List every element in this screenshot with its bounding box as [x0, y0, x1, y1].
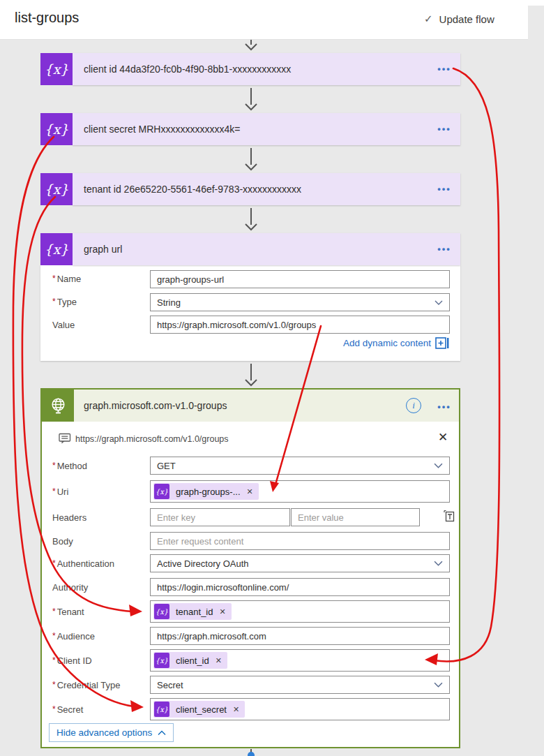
- client-id-input[interactable]: {x} client_id ✕: [150, 649, 450, 672]
- variable-icon-glyph: {x}: [45, 121, 69, 137]
- required-marker: *: [52, 680, 56, 690]
- tenant-label: *Tenant: [52, 607, 84, 617]
- required-marker: *: [52, 655, 56, 665]
- remove-token-icon[interactable]: ✕: [247, 487, 253, 496]
- authentication-label-text: Authentication: [57, 558, 114, 569]
- comment-bubble-icon: [59, 433, 71, 447]
- secret-input[interactable]: {x} client_secret ✕: [150, 698, 450, 720]
- remove-token-icon[interactable]: ✕: [233, 705, 239, 714]
- headers-value-input[interactable]: [291, 508, 420, 526]
- required-marker: *: [52, 487, 56, 496]
- name-label: *Name: [52, 274, 81, 284]
- secret-label-text: Secret: [57, 704, 84, 715]
- header-edge: [528, 0, 544, 6]
- tenant-token-pill[interactable]: {x} tenant_id ✕: [153, 603, 232, 620]
- chevron-down-icon: [435, 300, 443, 305]
- credential-type-selected-value: Secret: [157, 680, 183, 690]
- variable-icon: {x}: [40, 233, 73, 265]
- uri-input[interactable]: {x} graph-groups-... ✕: [150, 480, 450, 503]
- tenant-input[interactable]: {x} tenant_id ✕: [150, 600, 450, 623]
- remove-token-icon[interactable]: ✕: [216, 656, 222, 665]
- variable-token-icon: {x}: [154, 653, 169, 668]
- variable-token-icon: {x}: [154, 604, 169, 619]
- add-dynamic-content-label: Add dynamic content: [343, 338, 431, 348]
- chevron-up-icon: [158, 730, 166, 736]
- required-marker: *: [52, 631, 56, 641]
- card-client-secret-menu-ellipsis-icon[interactable]: •••: [430, 123, 458, 135]
- required-marker: *: [52, 297, 56, 306]
- insert-step-dot: [248, 752, 255, 756]
- variable-icon: {x}: [40, 53, 73, 85]
- authority-label: Authority: [52, 582, 88, 593]
- client-id-token-pill[interactable]: {x} client_id ✕: [153, 652, 227, 669]
- hide-advanced-options-label: Hide advanced options: [56, 727, 152, 738]
- body-input[interactable]: [150, 532, 450, 550]
- secret-token-label: client_secret: [176, 704, 227, 715]
- required-marker: *: [52, 274, 56, 283]
- uri-label: *Uri: [52, 487, 68, 497]
- type-select[interactable]: String: [150, 293, 450, 311]
- card-client-id-menu-ellipsis-icon[interactable]: •••: [430, 63, 458, 75]
- credential-type-label: *Credential Type: [52, 680, 121, 690]
- chevron-down-icon: [434, 682, 443, 688]
- name-input[interactable]: [150, 270, 450, 288]
- variable-icon: {x}: [40, 113, 73, 145]
- credential-type-select[interactable]: Secret: [150, 676, 450, 694]
- close-icon[interactable]: ✕: [438, 430, 448, 445]
- http-action-menu-ellipsis-icon[interactable]: •••: [430, 401, 458, 413]
- add-dynamic-content-icon: [435, 337, 450, 349]
- card-client-secret-title: client secret MRHxxxxxxxxxxxxx4k=: [84, 124, 240, 135]
- info-icon[interactable]: i: [406, 398, 421, 413]
- flow-designer-page: list-groups ✓ Update flow {x} client id …: [0, 0, 544, 756]
- audience-label-text: Audience: [57, 631, 95, 642]
- method-select[interactable]: GET: [150, 457, 450, 475]
- update-flow-button[interactable]: ✓ Update flow: [424, 13, 494, 25]
- hide-advanced-options-button[interactable]: Hide advanced options: [49, 723, 174, 742]
- secret-label: *Secret: [52, 704, 83, 715]
- variable-icon-glyph: {x}: [45, 242, 69, 257]
- body-label: Body: [52, 536, 73, 547]
- headers-key-input[interactable]: [150, 508, 290, 526]
- http-action-title: graph.microsoft.com-v1.0-groups: [84, 400, 227, 411]
- variable-icon: {x}: [40, 173, 73, 205]
- value-input[interactable]: [150, 316, 450, 334]
- page-title: list-groups: [15, 10, 79, 26]
- add-dynamic-content-link[interactable]: Add dynamic content: [150, 337, 450, 349]
- http-globe-icon: [42, 390, 74, 422]
- comment-text: https://graph.microsoft.com/v1.0/groups: [75, 434, 229, 444]
- remove-token-icon[interactable]: ✕: [220, 607, 226, 616]
- card-tenant-id-title: tenant id 26e65220-5561-46ef-9783-xxxxxx…: [84, 184, 301, 195]
- check-icon: ✓: [424, 13, 433, 25]
- secret-token-pill[interactable]: {x} client_secret ✕: [153, 701, 245, 718]
- card-tenant-id-menu-ellipsis-icon[interactable]: •••: [430, 183, 458, 195]
- switch-to-text-mode-icon[interactable]: [444, 510, 455, 525]
- type-label: *Type: [52, 297, 77, 307]
- chevron-down-icon: [434, 463, 443, 468]
- info-glyph: i: [412, 400, 415, 411]
- globe-icon: [49, 396, 68, 415]
- name-label-text: Name: [57, 274, 82, 284]
- uri-token-pill[interactable]: {x} graph-groups-... ✕: [153, 483, 259, 500]
- client-id-token-label: client_id: [176, 655, 209, 666]
- card-graph-url-title: graph url: [84, 244, 122, 255]
- authentication-select[interactable]: Active Directory OAuth: [150, 554, 450, 572]
- type-label-text: Type: [57, 297, 77, 307]
- authority-input[interactable]: [150, 578, 450, 596]
- required-marker: *: [52, 558, 56, 568]
- variable-token-icon: {x}: [154, 484, 169, 499]
- audience-label: *Audience: [52, 631, 95, 642]
- value-label: Value: [52, 320, 75, 330]
- required-marker: *: [52, 607, 56, 616]
- variable-token-icon: {x}: [154, 702, 169, 717]
- tenant-label-text: Tenant: [57, 607, 84, 617]
- method-label: *Method: [52, 461, 87, 471]
- client-id-label: *Client ID: [52, 655, 92, 666]
- uri-token-label: graph-groups-...: [176, 487, 241, 497]
- audience-input[interactable]: [150, 627, 450, 645]
- card-graph-url-menu-ellipsis-icon[interactable]: •••: [430, 243, 458, 255]
- update-flow-label: Update flow: [439, 13, 494, 25]
- headers-label: Headers: [52, 512, 86, 523]
- method-selected-value: GET: [157, 461, 176, 471]
- type-selected-value: String: [157, 297, 181, 308]
- card-graph-url[interactable]: [73, 233, 460, 265]
